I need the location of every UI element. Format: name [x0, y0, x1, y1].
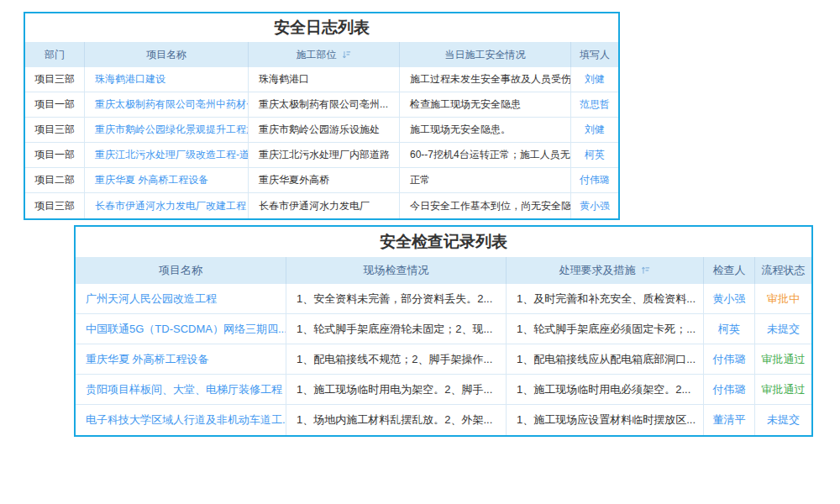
site-check-cell: 1、轮式脚手架底座滑轮未固定；2、现...: [286, 314, 507, 344]
column-header-safety-situation: 当日施工安全情况: [400, 42, 571, 67]
table-row: 电子科技大学区域人行道及非机动车道工... 1、场地内施工材料乱摆乱放。2、外架…: [76, 405, 811, 435]
safety-situation-cell: 今日安全工作基本到位，尚无安全隐患...: [400, 193, 571, 218]
column-header-inspector: 检查人: [704, 257, 755, 284]
project-name-link[interactable]: 重庆市鹅岭公园绿化景观提升工程施工: [85, 118, 249, 142]
construction-part-cell: 长春市伊通河水力发电厂: [249, 193, 400, 218]
table-row: 中国联通5G（TD-SCDMA）网络三期四... 1、轮式脚手架底座滑轮未固定；…: [76, 314, 811, 344]
table-row: 贵阳项目样板间、大堂、电梯厅装修工程 1、施工现场临时用电为架空。2、脚手...…: [76, 375, 811, 405]
project-name-link[interactable]: 中国联通5G（TD-SCDMA）网络三期四...: [76, 314, 286, 344]
measures-cell: 1、轮式脚手架底座必须固定卡死；...: [507, 314, 704, 344]
construction-part-cell: 重庆华夏外高桥: [249, 168, 400, 192]
project-name-link[interactable]: 长春市伊通河水力发电厂改建工程: [85, 193, 249, 218]
column-header-project-name: 项目名称: [76, 257, 286, 284]
column-header-construction-part-label: 施工部位: [297, 48, 337, 62]
status-badge: 未提交: [755, 314, 811, 344]
column-header-construction-part[interactable]: 施工部位: [249, 42, 400, 67]
project-name-link[interactable]: 贵阳项目样板间、大堂、电梯厅装修工程: [76, 375, 286, 404]
construction-part-cell: 重庆太极制药有限公司亳州...: [249, 92, 400, 117]
measures-cell: 1、配电箱接线应从配电箱底部洞口...: [507, 344, 704, 374]
site-check-cell: 1、配电箱接线不规范；2、脚手架操作...: [286, 344, 507, 374]
inspector-link[interactable]: 付伟璐: [704, 375, 755, 404]
column-header-author: 填写人: [571, 42, 618, 67]
safety-situation-cell: 施工过程未发生安全事故及人员受伤情况: [400, 67, 571, 92]
safety-log-table: 安全日志列表 部门 项目名称 施工部位 当日施工安全情况 填写人 项目三部 珠海…: [24, 12, 620, 220]
column-header-measures[interactable]: 处理要求及措施: [507, 257, 704, 284]
author-link[interactable]: 柯英: [571, 143, 618, 167]
inspector-link[interactable]: 付伟璐: [704, 344, 755, 374]
table-row: 重庆华夏 外高桥工程设备 1、配电箱接线不规范；2、脚手架操作... 1、配电箱…: [76, 344, 811, 375]
construction-part-cell: 重庆市鹅岭公园游乐设施处: [249, 118, 400, 142]
author-link[interactable]: 黄小强: [571, 193, 618, 218]
safety-situation-cell: 检查施工现场无安全隐患: [400, 92, 571, 117]
construction-part-cell: 重庆江北污水处理厂内部道路: [249, 143, 400, 167]
column-header-project-name: 项目名称: [85, 42, 249, 67]
status-badge: 审批通过: [755, 344, 811, 374]
table-row: 项目三部 长春市伊通河水力发电厂改建工程 长春市伊通河水力发电厂 今日安全工作基…: [25, 193, 618, 218]
inspector-link[interactable]: 董清平: [704, 405, 755, 435]
project-name-link[interactable]: 广州天河人民公园改造工程: [76, 284, 286, 313]
column-header-department: 部门: [25, 42, 85, 67]
table-row: 项目二部 重庆华夏 外高桥工程设备 重庆华夏外高桥 正常 付伟璐: [25, 168, 618, 193]
safety-situation-cell: 正常: [400, 168, 571, 192]
author-link[interactable]: 范思哲: [571, 92, 618, 117]
safety-log-header-row: 部门 项目名称 施工部位 当日施工安全情况 填写人: [25, 42, 618, 67]
column-header-measures-label: 处理要求及措施: [559, 263, 636, 278]
table-row: 项目一部 重庆江北污水处理厂级改造工程-道路... 重庆江北污水处理厂内部道路 …: [25, 143, 618, 168]
project-name-link[interactable]: 重庆江北污水处理厂级改造工程-道路...: [85, 143, 249, 167]
measures-cell: 1、施工现场应设置材料临时摆放区...: [507, 405, 704, 435]
department-cell: 项目一部: [25, 92, 85, 117]
status-badge: 未提交: [755, 405, 811, 435]
project-name-link[interactable]: 重庆华夏 外高桥工程设备: [76, 344, 286, 374]
site-check-cell: 1、场地内施工材料乱摆乱放。2、外架...: [286, 405, 507, 435]
table-row: 项目三部 珠海鹤港口建设 珠海鹤港口 施工过程未发生安全事故及人员受伤情况 刘健: [25, 67, 618, 92]
author-link[interactable]: 刘健: [571, 67, 618, 92]
project-name-link[interactable]: 珠海鹤港口建设: [85, 67, 249, 92]
status-badge: 审批中: [755, 284, 811, 313]
sort-icon[interactable]: [341, 50, 352, 60]
column-header-site-check: 现场检查情况: [286, 257, 507, 284]
measures-cell: 1、施工现场临时用电必须架空。2...: [507, 375, 704, 404]
safety-situation-cell: 60--7挖机4台运转正常；施工人员无违...: [400, 143, 571, 167]
site-check-cell: 1、施工现场临时用电为架空。2、脚手...: [286, 375, 507, 404]
table-row: 项目一部 重庆太极制药有限公司亳州中药材仓... 重庆太极制药有限公司亳州...…: [25, 92, 618, 118]
inspector-link[interactable]: 柯英: [704, 314, 755, 344]
safety-log-table-title: 安全日志列表: [25, 13, 618, 42]
department-cell: 项目三部: [25, 193, 85, 218]
site-check-cell: 1、安全资料未完善，部分资料丢失。2...: [286, 284, 507, 313]
column-header-flow-status: 流程状态: [755, 257, 811, 284]
table-row: 项目三部 重庆市鹅岭公园绿化景观提升工程施工 重庆市鹅岭公园游乐设施处 施工现场…: [25, 118, 618, 143]
department-cell: 项目三部: [25, 118, 85, 142]
page: 安全日志列表 部门 项目名称 施工部位 当日施工安全情况 填写人 项目三部 珠海…: [0, 0, 840, 504]
safety-inspection-header-row: 项目名称 现场检查情况 处理要求及措施 检查人 流程状态: [76, 257, 811, 284]
department-cell: 项目一部: [25, 143, 85, 167]
author-link[interactable]: 刘健: [571, 118, 618, 142]
construction-part-cell: 珠海鹤港口: [249, 67, 400, 92]
safety-inspection-table-title: 安全检查记录列表: [76, 227, 811, 257]
project-name-link[interactable]: 电子科技大学区域人行道及非机动车道工...: [76, 405, 286, 435]
safety-situation-cell: 施工现场无安全隐患。: [400, 118, 571, 142]
safety-inspection-table: 安全检查记录列表 项目名称 现场检查情况 处理要求及措施 检查人 流程状态 广州…: [74, 225, 813, 437]
measures-cell: 1、及时完善和补充安全、质检资料...: [507, 284, 704, 313]
table-row: 广州天河人民公园改造工程 1、安全资料未完善，部分资料丢失。2... 1、及时完…: [76, 284, 811, 314]
status-badge: 审批通过: [755, 375, 811, 404]
author-link[interactable]: 付伟璐: [571, 168, 618, 192]
project-name-link[interactable]: 重庆华夏 外高桥工程设备: [85, 168, 249, 192]
sort-icon[interactable]: [640, 265, 651, 276]
department-cell: 项目三部: [25, 67, 85, 92]
project-name-link[interactable]: 重庆太极制药有限公司亳州中药材仓...: [85, 92, 249, 117]
inspector-link[interactable]: 黄小强: [704, 284, 755, 313]
department-cell: 项目二部: [25, 168, 85, 192]
